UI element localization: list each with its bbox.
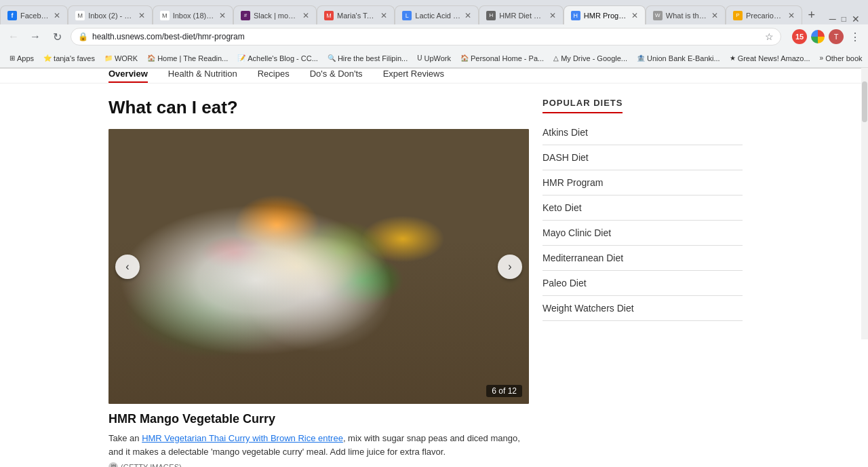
- carousel-counter: 6 of 12: [486, 385, 522, 397]
- site-nav-item-health--nutrition[interactable]: Health & Nutrition: [168, 69, 237, 83]
- close-button[interactable]: ✕: [852, 14, 860, 24]
- diet-list-item[interactable]: Mayo Clinic Diet: [542, 221, 743, 246]
- caption-title: HMR Mango Vegetable Curry: [108, 412, 529, 426]
- bookmark-label: Apps: [17, 54, 34, 62]
- bookmark-icon: 🏦: [637, 54, 645, 62]
- tab-close-tab-maria[interactable]: ✕: [380, 11, 387, 20]
- tab-inbox2[interactable]: MInbox (18) - ...✕: [153, 5, 233, 24]
- bookmark-label: Home | The Readin...: [157, 54, 228, 62]
- lock-icon: 🔒: [78, 32, 88, 41]
- tab-hmrp[interactable]: HHMR Progra...✕: [564, 5, 646, 24]
- tab-favicon-tab-slack: #: [241, 11, 250, 20]
- tab-favicon-tab-lactic: L: [402, 11, 412, 20]
- bookmark-label: Great News! Amazo...: [738, 54, 810, 62]
- bookmark-label: Personal Home - Pa...: [471, 54, 544, 62]
- tab-close-tab-lactic[interactable]: ✕: [465, 11, 471, 20]
- section-heading: What can I eat?: [108, 97, 529, 118]
- tab-label-tab-hmrp: HMR Progra...: [584, 12, 628, 20]
- browser-chrome: fFacebook✕MInbox (2) - se...✕MInbox (18)…: [0, 0, 868, 69]
- bookmark-icon: 📝: [237, 54, 245, 62]
- tab-favicon-tab-hmrr: H: [486, 11, 496, 20]
- star-icon[interactable]: ☆: [765, 31, 774, 42]
- diet-list: Atkins DietDASH DietHMR ProgramKeto Diet…: [542, 120, 743, 321]
- reload-button[interactable]: ↻: [49, 29, 65, 45]
- bookmark-icon: ⭐: [43, 54, 52, 62]
- bookmark-item[interactable]: 🏠Personal Home - Pa...: [456, 53, 548, 64]
- caption-area: HMR Mango Vegetable Curry Take an HMR Ve…: [108, 412, 529, 467]
- tab-close-tab-slack[interactable]: ✕: [302, 11, 309, 20]
- tab-what[interactable]: WWhat is the ...✕: [646, 5, 726, 24]
- tab-close-tab-prec[interactable]: ✕: [788, 11, 795, 20]
- bookmark-label: tanja's faves: [54, 54, 95, 62]
- site-nav-item-overview[interactable]: Overview: [108, 69, 148, 83]
- minimize-button[interactable]: ─: [829, 14, 836, 24]
- tab-close-tab-what[interactable]: ✕: [711, 11, 718, 20]
- address-bar[interactable]: 🔒 health.usnews.com/best-diet/hmr-progra…: [71, 28, 781, 45]
- extensions-icon[interactable]: 15: [792, 29, 807, 44]
- tab-label-tab-inbox1: Inbox (2) - se...: [88, 12, 135, 20]
- bookmark-item[interactable]: UUpWork: [413, 53, 455, 64]
- bookmark-item[interactable]: ⭐tanja's faves: [39, 53, 99, 64]
- diet-list-item[interactable]: Paleo Diet: [542, 271, 743, 296]
- tab-close-tab-hmrp[interactable]: ✕: [631, 11, 638, 20]
- site-nav-item-dos--donts[interactable]: Do's & Don'ts: [310, 69, 363, 83]
- bookmark-item[interactable]: »Other bookmarks: [816, 53, 863, 64]
- diet-list-item[interactable]: Weight Watchers Diet: [542, 296, 743, 321]
- bookmark-item[interactable]: 🏠Home | The Readin...: [143, 53, 232, 64]
- bookmark-icon: 🏠: [147, 54, 155, 62]
- diet-list-item[interactable]: Keto Diet: [542, 195, 743, 221]
- bookmark-item[interactable]: 📁WORK: [100, 53, 142, 64]
- bookmark-icon: 🔍: [328, 54, 336, 62]
- forward-button[interactable]: →: [27, 29, 43, 45]
- carousel-image: [108, 129, 529, 404]
- tab-maria[interactable]: MMaria's Tas...✕: [317, 5, 395, 24]
- tab-label-tab-inbox2: Inbox (18) - ...: [173, 12, 216, 20]
- site-nav-item-recipes[interactable]: Recipes: [258, 69, 290, 83]
- tab-label-tab-slack: Slack | mode...: [254, 12, 299, 20]
- scrollbar[interactable]: [861, 68, 868, 339]
- diet-list-item[interactable]: Mediterranean Diet: [542, 246, 743, 271]
- bookmark-item[interactable]: △My Drive - Google...: [549, 53, 631, 64]
- tab-close-tab-inbox1[interactable]: ✕: [138, 11, 145, 20]
- tab-lactic[interactable]: LLactic Acid in...✕: [395, 5, 479, 24]
- popular-diets-title: POPULAR DIETS: [542, 98, 623, 113]
- site-nav-item-expert-reviews[interactable]: Expert Reviews: [383, 69, 444, 83]
- tab-slack[interactable]: #Slack | mode...✕: [233, 5, 317, 24]
- bookmark-icon: 🏠: [460, 54, 469, 62]
- carousel-next-button[interactable]: ›: [498, 255, 522, 279]
- back-button[interactable]: ←: [5, 29, 22, 45]
- menu-icon[interactable]: ⋮: [848, 29, 863, 44]
- scrollbar-thumb[interactable]: [862, 81, 867, 122]
- tab-close-tab-inbox2[interactable]: ✕: [219, 11, 226, 20]
- tab-prec[interactable]: PPrecarious 5✕: [726, 5, 802, 24]
- bookmark-item[interactable]: 🏦Union Bank E-Banki...: [633, 53, 724, 64]
- chrome-icon[interactable]: [811, 30, 825, 43]
- article-area: What can I eat? ‹ › 6 of 12 HMR Mango Ve…: [108, 97, 529, 467]
- tab-label-tab-prec: Precarious 5: [746, 12, 785, 20]
- new-tab-button[interactable]: +: [802, 5, 821, 24]
- tab-facebook[interactable]: fFacebook✕: [0, 5, 68, 24]
- bookmark-item[interactable]: 🔍Hire the best Filipin...: [323, 53, 412, 64]
- bookmark-item[interactable]: ⊞Apps: [5, 53, 38, 64]
- maximize-button[interactable]: □: [842, 14, 846, 24]
- source-label: (GETTY IMAGES): [121, 463, 182, 467]
- browser-controls: ← → ↻ 🔒 health.usnews.com/best-diet/hmr-…: [0, 24, 868, 49]
- tab-hmrr[interactable]: HHMR Diet Re...✕: [479, 5, 564, 24]
- tab-close-tab-hmrr[interactable]: ✕: [549, 11, 556, 20]
- diet-list-item[interactable]: Atkins Diet: [542, 120, 743, 145]
- bookmark-item[interactable]: ★Great News! Amazo...: [726, 53, 814, 64]
- account-icon[interactable]: T: [829, 29, 844, 44]
- source-icon: 🖼: [108, 462, 118, 467]
- site-nav: OverviewHealth & NutritionRecipesDo's & …: [0, 69, 868, 83]
- bookmark-icon: ⊞: [9, 54, 15, 62]
- diet-list-item[interactable]: HMR Program: [542, 170, 743, 195]
- tab-inbox1[interactable]: MInbox (2) - se...✕: [68, 5, 153, 24]
- bookmark-item[interactable]: 📝Achelle's Blog - CC...: [233, 53, 322, 64]
- diet-list-item[interactable]: DASH Diet: [542, 145, 743, 170]
- bookmark-icon: »: [820, 54, 824, 62]
- tab-close-tab-facebook[interactable]: ✕: [54, 11, 60, 20]
- tab-favicon-tab-prec: P: [733, 11, 743, 20]
- caption-link[interactable]: HMR Vegetarian Thai Curry with Brown Ric…: [142, 433, 343, 443]
- carousel-prev-button[interactable]: ‹: [115, 255, 140, 279]
- tab-favicon-tab-what: W: [653, 11, 663, 20]
